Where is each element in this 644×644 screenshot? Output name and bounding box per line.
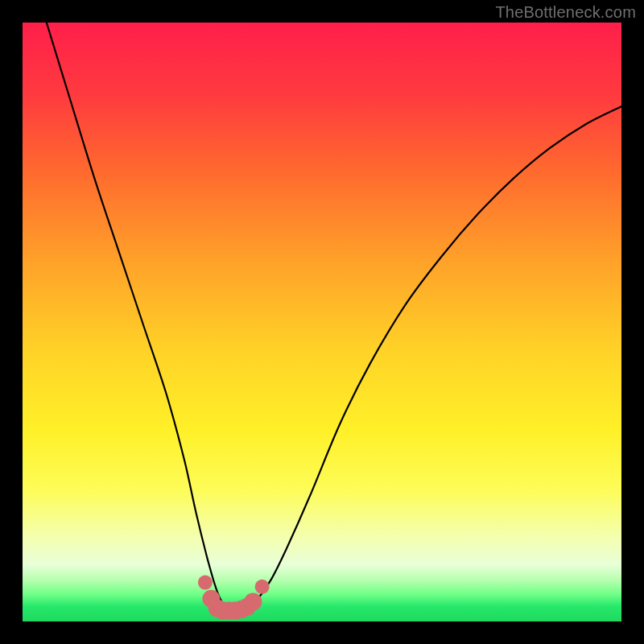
- chart-frame: TheBottleneck.com: [0, 0, 644, 644]
- background-gradient: [23, 23, 621, 621]
- svg-rect-0: [23, 23, 621, 621]
- watermark-label: TheBottleneck.com: [495, 3, 636, 22]
- plot-area: [23, 23, 621, 621]
